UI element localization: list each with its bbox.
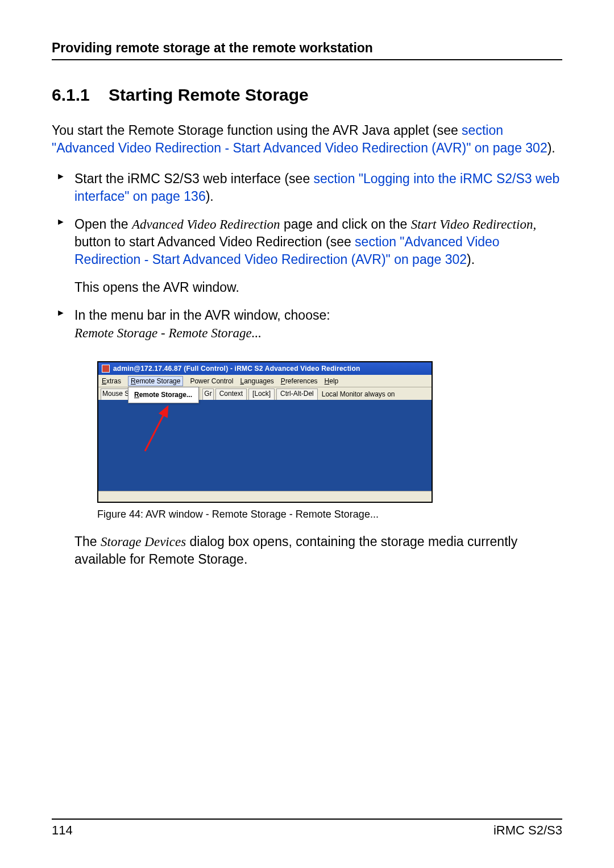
figure-caption: Figure 44: AVR window - Remote Storage -… (97, 507, 562, 521)
step1-text-2: ). (206, 189, 214, 204)
label-local-monitor: Local Monitor always on (320, 390, 395, 399)
step2-italic-1: Advanced Video Redirection (132, 217, 280, 232)
btn-gr[interactable]: Gr (202, 388, 213, 400)
step2-text-2: page and click on the (280, 217, 411, 232)
step2-text-1: Open the (74, 217, 132, 232)
step1-text-1: Start the iRMC S2/S3 web interface (see (74, 171, 314, 186)
running-head: Providing remote storage at the remote w… (52, 40, 562, 60)
remote-storage-dropdown: Remote Storage... (128, 387, 199, 403)
svg-line-0 (145, 407, 168, 451)
menu-extras[interactable]: Extras (102, 377, 121, 386)
annotation-arrow-icon (142, 403, 176, 454)
step3-text-1: In the menu bar in the AVR window, choos… (74, 308, 330, 323)
avr-titlebar: admin@172.17.46.87 (Full Control) - iRMC… (98, 362, 432, 375)
step3-menu-path: Remote Storage - Remote Storage... (74, 326, 262, 340)
menu-remote-storage[interactable]: Remote Storage (128, 376, 183, 386)
avr-title-text: admin@172.17.46.87 (Full Control) - iRMC… (113, 364, 360, 373)
step2-result: This opens the AVR window. (74, 279, 562, 296)
closing-paragraph: The Storage Devices dialog box opens, co… (74, 533, 562, 568)
step-2: Open the Advanced Video Redirection page… (52, 216, 562, 296)
dropdown-remote-storage-item[interactable]: Remote Storage... (128, 389, 198, 400)
btn-context[interactable]: Context (215, 388, 247, 400)
intro-text-2: ). (547, 140, 555, 155)
step2-text-4: ). (467, 252, 475, 267)
closing-text-1: The (74, 534, 101, 549)
step2-text-3: button to start Advanced Video Redirecti… (74, 234, 355, 249)
btn-lock[interactable]: [Lock] (248, 388, 275, 400)
menu-power-control[interactable]: Power Control (190, 377, 233, 386)
intro-paragraph: You start the Remote Storage function us… (52, 122, 562, 157)
step2-italic-2: Start Video Redirection, (411, 217, 536, 232)
avr-menubar: Extras Remote Storage Power Control Lang… (98, 375, 432, 387)
step-3: In the menu bar in the AVR window, choos… (52, 307, 562, 568)
menu-languages[interactable]: Languages (240, 377, 273, 386)
window-icon (102, 365, 110, 373)
avr-status-bar (98, 491, 432, 502)
page-number: 114 (52, 823, 73, 838)
section-heading: 6.1.1 Starting Remote Storage (52, 85, 562, 105)
section-title: Starting Remote Storage (109, 85, 309, 104)
menu-help[interactable]: Help (325, 377, 339, 386)
menu-preferences[interactable]: Preferences (281, 377, 318, 386)
btn-ctrl-alt-del[interactable]: Ctrl-Alt-Del (276, 388, 318, 400)
section-number: 6.1.1 (52, 85, 90, 104)
doc-identifier: iRMC S2/S3 (493, 823, 562, 838)
btn-mouse-sync[interactable]: Mouse S (101, 388, 131, 400)
page-footer: 114 iRMC S2/S3 (52, 819, 562, 838)
intro-text-1: You start the Remote Storage function us… (52, 123, 462, 138)
closing-italic: Storage Devices (101, 535, 186, 549)
avr-window-screenshot: admin@172.17.46.87 (Full Control) - iRMC… (97, 361, 433, 503)
step-1: Start the iRMC S2/S3 web interface (see … (52, 170, 562, 205)
